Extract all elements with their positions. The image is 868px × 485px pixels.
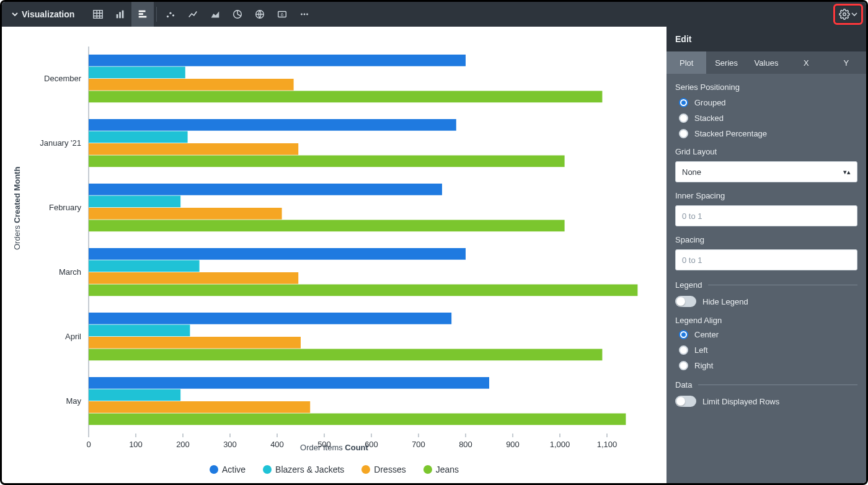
- legend-item[interactable]: Jeans: [423, 465, 459, 474]
- svg-rect-1: [94, 11, 102, 19]
- bar-chart-icon: [137, 9, 148, 20]
- bar[interactable]: [89, 337, 301, 349]
- svg-text:200: 200: [176, 440, 190, 449]
- bar[interactable]: [89, 91, 602, 103]
- vis-type-map-icon[interactable]: [249, 2, 271, 27]
- pie-chart-icon: [232, 9, 243, 20]
- svg-text:April: April: [65, 332, 81, 341]
- series-positioning-option-grouped[interactable]: Grouped: [679, 98, 857, 107]
- visualization-section-toggle[interactable]: Visualization: [7, 9, 79, 19]
- vis-type-table-icon[interactable]: [87, 2, 109, 27]
- bar[interactable]: [89, 67, 185, 79]
- svg-text:February: February: [49, 203, 82, 212]
- bar[interactable]: [89, 389, 180, 401]
- bar[interactable]: [89, 208, 282, 220]
- bar[interactable]: [89, 79, 294, 91]
- radio-icon: [679, 361, 688, 370]
- legend-swatch-icon: [210, 465, 218, 474]
- map-icon: [254, 9, 265, 20]
- svg-text:March: March: [59, 267, 81, 277]
- edit-panel-header: Edit: [666, 27, 866, 51]
- radio-icon: [679, 330, 688, 339]
- bar[interactable]: [89, 260, 200, 272]
- legend-item[interactable]: Active: [210, 465, 246, 474]
- edit-tab-plot[interactable]: Plot: [666, 51, 706, 74]
- legend-item[interactable]: Dresses: [361, 465, 405, 474]
- legend-swatch-icon: [361, 465, 370, 474]
- bar[interactable]: [89, 220, 565, 232]
- vis-type-column-chart-icon[interactable]: [109, 2, 131, 27]
- edit-panel: Edit PlotSeriesValuesXY Series Positioni…: [666, 27, 866, 483]
- edit-tabs: PlotSeriesValuesXY: [666, 51, 866, 74]
- grid-layout-select[interactable]: None ▾▴: [675, 161, 857, 182]
- bar[interactable]: [89, 325, 190, 337]
- bar[interactable]: [89, 119, 456, 131]
- svg-text:May: May: [66, 396, 81, 406]
- bar[interactable]: [89, 156, 565, 167]
- bar[interactable]: [89, 55, 466, 66]
- bar-chart: 01002003004005006007008009001,0001,100De…: [2, 27, 666, 485]
- bar[interactable]: [89, 349, 602, 361]
- legend-swatch-icon: [423, 465, 432, 474]
- series-positioning-option-stacked[interactable]: Stacked: [679, 113, 857, 123]
- hide-legend-toggle[interactable]: [675, 296, 696, 307]
- svg-point-14: [172, 14, 174, 16]
- series-positioning-option-stacked-percentage[interactable]: Stacked Percentage: [679, 129, 857, 138]
- bar[interactable]: [89, 414, 626, 425]
- vis-type-scatter-chart-icon[interactable]: [159, 2, 182, 27]
- single-value-icon: 6: [277, 9, 288, 20]
- radio-icon: [679, 113, 688, 123]
- series-positioning-label: Series Positioning: [675, 82, 857, 92]
- edit-tab-series[interactable]: Series: [706, 51, 746, 74]
- radio-icon: [679, 98, 688, 107]
- legend-item[interactable]: Blazers & Jackets: [263, 465, 344, 474]
- bar[interactable]: [89, 401, 310, 413]
- chart-area: Orders Created Month 0100200300400500600…: [2, 27, 666, 483]
- vis-type-bar-chart-icon[interactable]: [131, 2, 154, 27]
- legend-align-option-center[interactable]: Center: [679, 330, 857, 339]
- inner-spacing-input[interactable]: [675, 205, 857, 226]
- svg-text:800: 800: [459, 440, 472, 449]
- legend-align-option-left[interactable]: Left: [679, 345, 857, 355]
- bar[interactable]: [89, 131, 188, 143]
- svg-point-0: [843, 13, 846, 16]
- vis-type-pie-chart-icon[interactable]: [226, 2, 249, 27]
- bar[interactable]: [89, 143, 298, 155]
- svg-text:300: 300: [223, 440, 237, 449]
- vis-type-line-chart-icon[interactable]: [182, 2, 204, 27]
- bar[interactable]: [89, 377, 489, 389]
- edit-tab-y[interactable]: Y: [826, 51, 866, 74]
- bar[interactable]: [89, 285, 637, 296]
- limit-displayed-rows-label: Limit Displayed Rows: [702, 397, 779, 406]
- grid-layout-label: Grid Layout: [675, 147, 857, 156]
- visualization-toolbar: Visualization 6: [2, 2, 866, 27]
- chart-legend: ActiveBlazers & JacketsDressesJeans: [2, 465, 666, 474]
- vis-type-more-icon[interactable]: [293, 2, 316, 27]
- svg-rect-10: [139, 13, 143, 15]
- chevron-down-icon: [12, 11, 18, 17]
- x-axis-title: Order Items Count: [300, 443, 368, 452]
- svg-text:100: 100: [129, 440, 143, 449]
- legend-align-option-right[interactable]: Right: [679, 361, 857, 370]
- bar[interactable]: [89, 184, 442, 195]
- svg-text:December: December: [44, 74, 82, 83]
- svg-rect-11: [139, 16, 147, 18]
- table-icon: [92, 9, 104, 20]
- svg-text:0: 0: [86, 440, 91, 449]
- bar[interactable]: [89, 248, 466, 260]
- limit-displayed-rows-toggle[interactable]: [675, 396, 696, 407]
- bar[interactable]: [89, 313, 451, 324]
- edit-tab-x[interactable]: X: [786, 51, 826, 74]
- settings-gear-button[interactable]: [833, 4, 863, 25]
- select-arrows-icon: ▾▴: [843, 168, 851, 176]
- svg-point-20: [304, 14, 306, 16]
- spacing-input[interactable]: [675, 249, 857, 270]
- gear-icon: [839, 9, 850, 20]
- svg-point-19: [301, 14, 303, 16]
- edit-tab-values[interactable]: Values: [746, 51, 786, 74]
- bar[interactable]: [89, 196, 180, 208]
- svg-text:900: 900: [506, 440, 520, 449]
- vis-type-area-chart-icon[interactable]: [204, 2, 226, 27]
- vis-type-single-value-icon[interactable]: 6: [271, 2, 293, 27]
- bar[interactable]: [89, 272, 298, 284]
